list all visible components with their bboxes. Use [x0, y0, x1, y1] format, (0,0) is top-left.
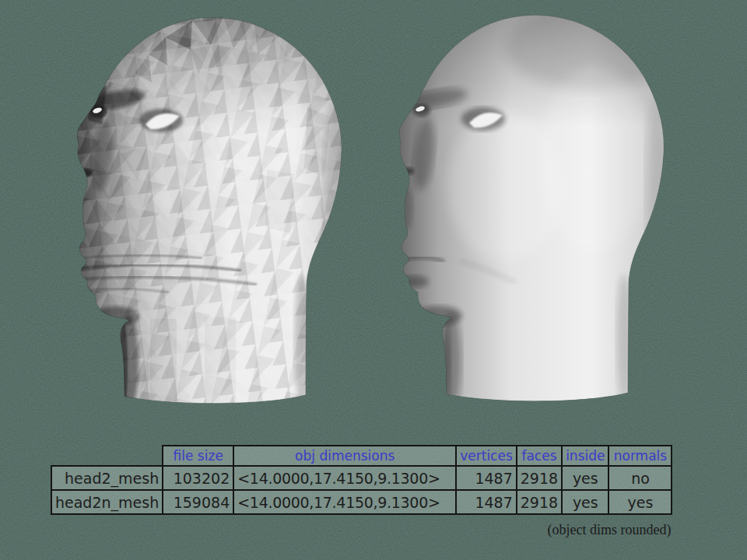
col-header-obj-dimensions: obj dimensions	[233, 446, 456, 466]
col-header-faces: faces	[517, 446, 562, 466]
col-header-file-size: file size	[163, 446, 233, 466]
col-header-vertices: vertices	[456, 446, 517, 466]
faces-cell: 2918	[517, 466, 562, 490]
normals-cell: yes	[608, 490, 672, 514]
render-comparison-page: file size obj dimensions vertices faces …	[0, 0, 747, 560]
head-renders-figure	[0, 0, 747, 424]
file-size-cell: 159084	[163, 490, 233, 514]
obj-dimensions-cell: <14.0000,17.4150,9.1300>	[233, 490, 456, 514]
row-label: head2n_mesh	[51, 490, 163, 514]
vertices-cell: 1487	[456, 490, 517, 514]
table-row: head2n_mesh 159084 <14.0000,17.4150,9.13…	[51, 490, 672, 514]
faces-cell: 2918	[517, 490, 562, 514]
col-header-normals: normals	[608, 446, 672, 466]
table-header-row: file size obj dimensions vertices faces …	[51, 446, 672, 466]
row-label: head2_mesh	[51, 466, 163, 490]
file-size-cell: 103202	[163, 466, 233, 490]
table-row: head2_mesh 103202 <14.0000,17.4150,9.130…	[51, 466, 672, 490]
normals-cell: no	[608, 466, 672, 490]
mesh-comparison-table: file size obj dimensions vertices faces …	[51, 445, 672, 515]
inside-cell: yes	[562, 466, 608, 490]
vertices-cell: 1487	[456, 466, 517, 490]
inside-cell: yes	[562, 490, 608, 514]
flat-shaded-head-render	[70, 10, 350, 411]
dims-rounded-footnote: (object dims rounded)	[547, 522, 672, 538]
smooth-shaded-head-render	[392, 4, 676, 409]
col-header-inside: inside	[562, 446, 608, 466]
obj-dimensions-cell: <14.0000,17.4150,9.1300>	[233, 466, 456, 490]
corner-cell	[51, 446, 163, 466]
